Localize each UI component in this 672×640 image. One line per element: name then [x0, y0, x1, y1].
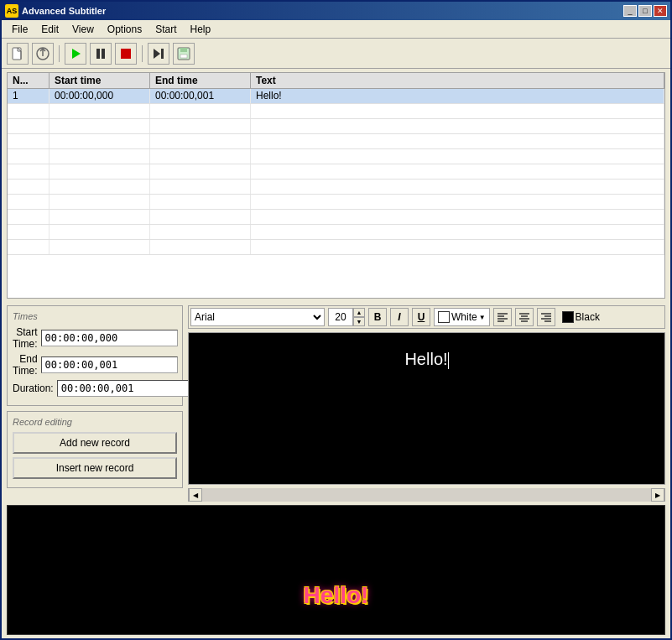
record-button[interactable] [148, 43, 169, 65]
minimize-button[interactable]: _ [623, 5, 637, 17]
size-up-button[interactable]: ▲ [353, 308, 365, 317]
cell-end: 00:00:00,001 [150, 89, 251, 103]
start-time-label: Start Time: [13, 326, 38, 350]
svg-rect-13 [180, 55, 187, 58]
bottom-panels: Times Start Time: End Time: Duration: [2, 302, 670, 505]
start-time-row: Start Time: [13, 326, 177, 350]
save-button[interactable] [173, 43, 195, 65]
subtitle-editor-text[interactable]: Hello! [404, 350, 448, 369]
svg-rect-8 [121, 49, 131, 59]
table-header: N... Start time End time Text [8, 73, 664, 89]
table-row[interactable] [8, 104, 664, 119]
add-new-record-button[interactable]: Add new record [13, 432, 177, 454]
table-row[interactable]: 1 00:00:00,000 00:00:00,001 Hello! [8, 89, 664, 104]
menu-file[interactable]: File [5, 22, 34, 37]
duration-input[interactable] [57, 380, 194, 397]
window-title: Advanced Subtitler [22, 6, 106, 16]
table-row[interactable] [8, 195, 664, 210]
cell-text: Hello! [251, 89, 664, 103]
table-row[interactable] [8, 134, 664, 149]
main-window: AS Advanced Subtitler _ □ ✕ File Edit Vi… [0, 0, 672, 640]
svg-marker-5 [72, 49, 81, 59]
bg-color-display: Black [559, 308, 603, 326]
pause-button[interactable] [90, 43, 112, 65]
font-size-input[interactable] [328, 308, 353, 326]
subtitle-table: N... Start time End time Text 1 00:00:00… [7, 72, 665, 299]
scroll-right-button[interactable]: ▶ [651, 488, 664, 502]
align-left-button[interactable] [493, 308, 512, 326]
svg-marker-9 [154, 49, 160, 59]
col-end: End time [150, 73, 251, 88]
table-row[interactable] [8, 149, 664, 164]
menu-view[interactable]: View [65, 22, 101, 37]
left-panel: Times Start Time: End Time: Duration: [7, 305, 183, 502]
table-row[interactable] [8, 210, 664, 225]
horizontal-scrollbar[interactable]: ◀ ▶ [188, 488, 665, 502]
col-start: Start time [49, 73, 150, 88]
stop-button[interactable] [115, 43, 137, 65]
scroll-left-button[interactable]: ◀ [189, 488, 202, 502]
preview-area: Hello! [7, 505, 665, 635]
end-time-label: End Time: [13, 353, 38, 377]
title-bar: AS Advanced Subtitler _ □ ✕ [2, 2, 670, 20]
close-button[interactable]: ✕ [654, 5, 667, 17]
italic-button[interactable]: I [390, 308, 409, 326]
col-text: Text [251, 73, 664, 88]
format-toolbar: Arial ▲ ▼ B I U White [188, 305, 665, 329]
svg-rect-7 [102, 49, 105, 59]
app-icon: AS [5, 4, 18, 18]
open-button[interactable] [32, 43, 54, 65]
menu-edit[interactable]: Edit [34, 22, 65, 37]
svg-rect-12 [180, 48, 187, 52]
end-time-row: End Time: [13, 353, 177, 377]
new-button[interactable] [7, 43, 29, 65]
maximize-button[interactable]: □ [638, 5, 652, 17]
table-row[interactable] [8, 225, 664, 240]
times-legend: Times [13, 311, 177, 321]
size-down-button[interactable]: ▼ [353, 317, 365, 326]
svg-rect-10 [161, 49, 164, 59]
table-row[interactable] [8, 119, 664, 134]
menu-help[interactable]: Help [184, 22, 218, 37]
scroll-track[interactable] [202, 488, 651, 502]
font-select[interactable]: Arial [190, 308, 325, 326]
duration-label: Duration: [13, 382, 54, 394]
play-button[interactable] [65, 43, 86, 65]
underline-button[interactable]: U [412, 308, 430, 326]
cell-num: 1 [8, 89, 49, 103]
record-editing-group: Record editing Add new record Insert new… [7, 411, 183, 488]
right-panel: Arial ▲ ▼ B I U White [188, 305, 665, 502]
toolbar-separator-1 [59, 45, 60, 62]
bold-button[interactable]: B [368, 308, 387, 326]
cell-start: 00:00:00,000 [49, 89, 150, 103]
table-body: 1 00:00:00,000 00:00:00,001 Hello! [8, 89, 664, 295]
table-row[interactable] [8, 240, 664, 255]
main-content: N... Start time End time Text 1 00:00:00… [2, 69, 670, 638]
start-time-input[interactable] [41, 330, 178, 346]
menu-options[interactable]: Options [101, 22, 148, 37]
subtitle-editor[interactable]: Hello! [188, 332, 665, 485]
duration-row: Duration: [13, 380, 177, 397]
menu-bar: File Edit View Options Start Help [2, 20, 670, 39]
text-color-selector[interactable]: White ▼ [434, 308, 490, 326]
preview-subtitle-text: Hello! [304, 582, 369, 609]
col-num: N... [8, 73, 49, 88]
times-group: Times Start Time: End Time: Duration: [7, 305, 183, 406]
toolbar [2, 39, 670, 69]
menu-start[interactable]: Start [148, 22, 183, 37]
text-color-swatch [438, 311, 450, 323]
text-color-label: White [451, 311, 477, 323]
insert-new-record-button[interactable]: Insert new record [13, 457, 177, 479]
font-size-spinner: ▲ ▼ [353, 308, 365, 326]
text-color-arrow: ▼ [479, 314, 486, 321]
align-right-button[interactable] [537, 308, 555, 326]
svg-rect-6 [96, 49, 100, 59]
table-row[interactable] [8, 180, 664, 195]
record-editing-legend: Record editing [13, 417, 177, 427]
bg-color-label: Black [576, 311, 600, 323]
end-time-input[interactable] [41, 356, 178, 373]
table-row[interactable] [8, 164, 664, 180]
toolbar-separator-2 [142, 45, 143, 62]
align-center-button[interactable] [515, 308, 534, 326]
bg-color-swatch [562, 311, 574, 323]
